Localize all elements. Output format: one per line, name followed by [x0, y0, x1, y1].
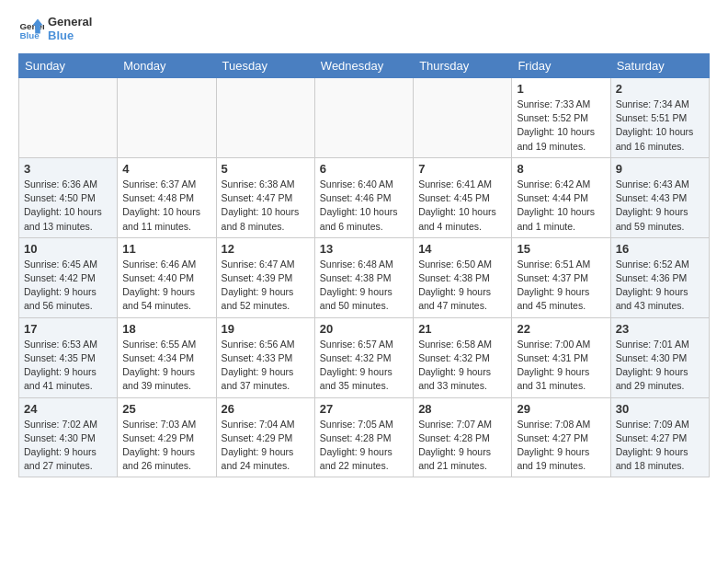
day-number: 22: [517, 322, 605, 336]
day-info: Sunrise: 6:45 AMSunset: 4:42 PMDaylight:…: [24, 258, 112, 314]
day-info: Sunrise: 7:04 AMSunset: 4:29 PMDaylight:…: [222, 418, 310, 474]
col-header-friday: Friday: [512, 54, 610, 78]
day-info: Sunrise: 7:07 AMSunset: 4:28 PMDaylight:…: [418, 418, 506, 474]
calendar-cell: 11Sunrise: 6:46 AMSunset: 4:40 PMDayligh…: [118, 237, 216, 317]
calendar-cell: [19, 78, 118, 158]
calendar-cell: 14Sunrise: 6:50 AMSunset: 4:38 PMDayligh…: [414, 237, 512, 317]
day-info: Sunrise: 7:03 AMSunset: 4:29 PMDaylight:…: [122, 418, 210, 474]
day-number: 14: [418, 242, 506, 256]
calendar-cell: 17Sunrise: 6:53 AMSunset: 4:35 PMDayligh…: [19, 317, 118, 397]
calendar-cell: 28Sunrise: 7:07 AMSunset: 4:28 PMDayligh…: [414, 397, 512, 477]
day-number: 21: [418, 322, 506, 336]
day-info: Sunrise: 7:01 AMSunset: 4:30 PMDaylight:…: [616, 338, 704, 394]
week-row-3: 10Sunrise: 6:45 AMSunset: 4:42 PMDayligh…: [19, 237, 710, 317]
week-row-2: 3Sunrise: 6:36 AMSunset: 4:50 PMDaylight…: [19, 157, 710, 237]
day-info: Sunrise: 6:37 AMSunset: 4:48 PMDaylight:…: [122, 178, 210, 234]
day-number: 27: [320, 402, 408, 416]
day-number: 20: [320, 322, 408, 336]
day-info: Sunrise: 6:43 AMSunset: 4:43 PMDaylight:…: [616, 178, 704, 234]
col-header-tuesday: Tuesday: [216, 54, 314, 78]
calendar-cell: 13Sunrise: 6:48 AMSunset: 4:38 PMDayligh…: [314, 237, 413, 317]
day-number: 15: [517, 242, 605, 256]
calendar-cell: 27Sunrise: 7:05 AMSunset: 4:28 PMDayligh…: [314, 397, 413, 477]
calendar-cell: 23Sunrise: 7:01 AMSunset: 4:30 PMDayligh…: [610, 317, 709, 397]
day-number: 26: [222, 402, 310, 416]
calendar-cell: 25Sunrise: 7:03 AMSunset: 4:29 PMDayligh…: [118, 397, 216, 477]
day-info: Sunrise: 7:33 AMSunset: 5:52 PMDaylight:…: [517, 98, 605, 154]
day-info: Sunrise: 6:55 AMSunset: 4:34 PMDaylight:…: [122, 338, 210, 394]
calendar-cell: 18Sunrise: 6:55 AMSunset: 4:34 PMDayligh…: [118, 317, 216, 397]
calendar-cell: 10Sunrise: 6:45 AMSunset: 4:42 PMDayligh…: [19, 237, 118, 317]
calendar-cell: 9Sunrise: 6:43 AMSunset: 4:43 PMDaylight…: [610, 157, 709, 237]
day-info: Sunrise: 6:42 AMSunset: 4:44 PMDaylight:…: [517, 178, 605, 234]
day-number: 5: [222, 162, 310, 176]
week-row-4: 17Sunrise: 6:53 AMSunset: 4:35 PMDayligh…: [19, 317, 710, 397]
col-header-wednesday: Wednesday: [314, 54, 413, 78]
day-info: Sunrise: 7:08 AMSunset: 4:27 PMDaylight:…: [517, 418, 605, 474]
day-info: Sunrise: 7:34 AMSunset: 5:51 PMDaylight:…: [616, 98, 704, 154]
day-number: 16: [616, 242, 704, 256]
day-number: 30: [616, 402, 704, 416]
calendar-cell: 30Sunrise: 7:09 AMSunset: 4:27 PMDayligh…: [610, 397, 709, 477]
logo-general: General: [48, 15, 92, 29]
day-number: 10: [24, 242, 112, 256]
calendar-cell: 4Sunrise: 6:37 AMSunset: 4:48 PMDaylight…: [118, 157, 216, 237]
day-number: 11: [122, 242, 210, 256]
day-info: Sunrise: 6:47 AMSunset: 4:39 PMDaylight:…: [222, 258, 310, 314]
logo-icon: General Blue: [18, 16, 44, 41]
calendar-cell: 26Sunrise: 7:04 AMSunset: 4:29 PMDayligh…: [216, 397, 314, 477]
calendar-cell: 20Sunrise: 6:57 AMSunset: 4:32 PMDayligh…: [314, 317, 413, 397]
calendar-cell: 19Sunrise: 6:56 AMSunset: 4:33 PMDayligh…: [216, 317, 314, 397]
day-number: 3: [24, 162, 112, 176]
calendar-cell: 24Sunrise: 7:02 AMSunset: 4:30 PMDayligh…: [19, 397, 118, 477]
page-container: General Blue General Blue SundayMondayTu…: [0, 0, 728, 492]
calendar-cell: 8Sunrise: 6:42 AMSunset: 4:44 PMDaylight…: [512, 157, 610, 237]
day-number: 8: [517, 162, 605, 176]
day-info: Sunrise: 6:50 AMSunset: 4:38 PMDaylight:…: [418, 258, 506, 314]
col-header-monday: Monday: [118, 54, 216, 78]
calendar-cell: 6Sunrise: 6:40 AMSunset: 4:46 PMDaylight…: [314, 157, 413, 237]
calendar-cell: 16Sunrise: 6:52 AMSunset: 4:36 PMDayligh…: [610, 237, 709, 317]
day-info: Sunrise: 7:02 AMSunset: 4:30 PMDaylight:…: [24, 418, 112, 474]
day-info: Sunrise: 6:38 AMSunset: 4:47 PMDaylight:…: [222, 178, 310, 234]
week-row-5: 24Sunrise: 7:02 AMSunset: 4:30 PMDayligh…: [19, 397, 710, 477]
calendar-cell: 22Sunrise: 7:00 AMSunset: 4:31 PMDayligh…: [512, 317, 610, 397]
day-number: 23: [616, 322, 704, 336]
day-number: 12: [222, 242, 310, 256]
day-info: Sunrise: 6:57 AMSunset: 4:32 PMDaylight:…: [320, 338, 408, 394]
calendar-cell: 5Sunrise: 6:38 AMSunset: 4:47 PMDaylight…: [216, 157, 314, 237]
logo: General Blue General Blue: [18, 15, 92, 42]
day-number: 2: [616, 82, 704, 96]
calendar-cell: 3Sunrise: 6:36 AMSunset: 4:50 PMDaylight…: [19, 157, 118, 237]
calendar-cell: 1Sunrise: 7:33 AMSunset: 5:52 PMDaylight…: [512, 78, 610, 158]
day-number: 1: [517, 82, 605, 96]
calendar-cell: [314, 78, 413, 158]
day-number: 19: [222, 322, 310, 336]
week-row-1: 1Sunrise: 7:33 AMSunset: 5:52 PMDaylight…: [19, 78, 710, 158]
calendar-cell: 29Sunrise: 7:08 AMSunset: 4:27 PMDayligh…: [512, 397, 610, 477]
day-number: 7: [418, 162, 506, 176]
day-info: Sunrise: 6:56 AMSunset: 4:33 PMDaylight:…: [222, 338, 310, 394]
day-info: Sunrise: 6:48 AMSunset: 4:38 PMDaylight:…: [320, 258, 408, 314]
day-info: Sunrise: 6:58 AMSunset: 4:32 PMDaylight:…: [418, 338, 506, 394]
day-info: Sunrise: 6:46 AMSunset: 4:40 PMDaylight:…: [122, 258, 210, 314]
header-row: SundayMondayTuesdayWednesdayThursdayFrid…: [19, 54, 710, 78]
day-info: Sunrise: 6:36 AMSunset: 4:50 PMDaylight:…: [24, 178, 112, 234]
calendar-cell: [414, 78, 512, 158]
col-header-sunday: Sunday: [19, 54, 118, 78]
calendar-cell: 7Sunrise: 6:41 AMSunset: 4:45 PMDaylight…: [414, 157, 512, 237]
day-info: Sunrise: 7:09 AMSunset: 4:27 PMDaylight:…: [616, 418, 704, 474]
day-info: Sunrise: 6:51 AMSunset: 4:37 PMDaylight:…: [517, 258, 605, 314]
day-info: Sunrise: 6:40 AMSunset: 4:46 PMDaylight:…: [320, 178, 408, 234]
day-number: 13: [320, 242, 408, 256]
calendar-cell: 12Sunrise: 6:47 AMSunset: 4:39 PMDayligh…: [216, 237, 314, 317]
calendar-cell: [118, 78, 216, 158]
col-header-saturday: Saturday: [610, 54, 709, 78]
calendar-table: SundayMondayTuesdayWednesdayThursdayFrid…: [18, 53, 710, 477]
day-number: 18: [122, 322, 210, 336]
day-number: 6: [320, 162, 408, 176]
day-info: Sunrise: 7:05 AMSunset: 4:28 PMDaylight:…: [320, 418, 408, 474]
day-number: 9: [616, 162, 704, 176]
col-header-thursday: Thursday: [414, 54, 512, 78]
day-number: 29: [517, 402, 605, 416]
